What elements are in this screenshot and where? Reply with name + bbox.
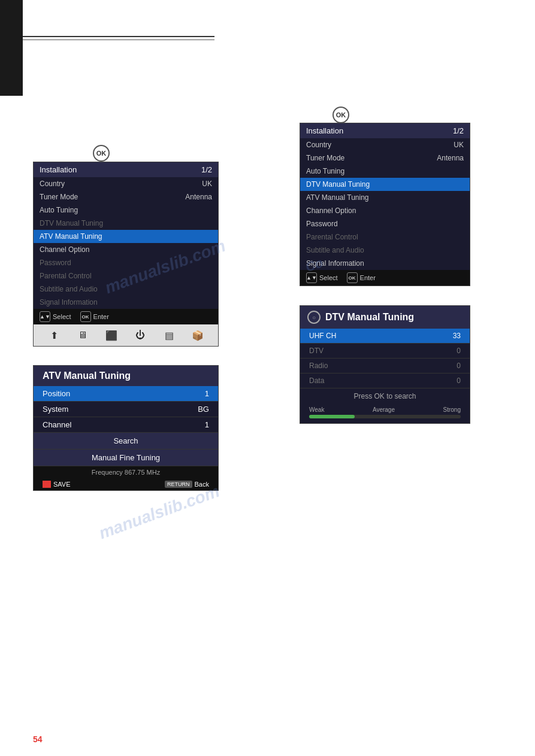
select-icon: ▲▼	[40, 311, 50, 322]
dtv-row-uhf[interactable]: UHF CH33	[300, 329, 470, 344]
atv-frequency: Frequency 867.75 MHz	[34, 466, 218, 478]
page-number: 54	[33, 734, 43, 744]
dtv-header: ○ DTV Manual Tuning	[300, 306, 470, 329]
installation-left-header: Installation 1/2	[34, 162, 218, 177]
ok-circle-right: OK	[333, 107, 349, 123]
icon-bar-power[interactable]: ⏻	[131, 328, 149, 342]
save-label: SAVE	[53, 481, 71, 488]
menu-item-signal-left: Signal Information	[34, 296, 218, 309]
menu-item-subtitle-r: Subtitle and Audio	[300, 244, 470, 257]
menu-item-channel-option-left[interactable]: Channel Option	[34, 243, 218, 256]
installation-right-title: Installation	[306, 126, 343, 135]
top-lines	[23, 36, 214, 40]
dtv-circle-icon: ○	[307, 311, 321, 324]
sidebar-bar	[0, 0, 23, 96]
select-label-r: Select	[319, 274, 338, 281]
atv-system[interactable]: SystemBG	[34, 402, 218, 417]
select-icon-r: ▲▼	[306, 272, 317, 283]
ok-icon-right: OK	[333, 107, 349, 123]
menu-item-country-r[interactable]: CountryUK	[300, 138, 470, 151]
ok-enter-icon-r: OK	[347, 272, 358, 283]
return-icon: RETURN	[165, 481, 192, 488]
atv-save-btn[interactable]: SAVE	[43, 481, 71, 488]
atv-channel[interactable]: Channel1	[34, 417, 218, 433]
menu-item-atv-manual-r[interactable]: ATV Manual Tuning	[300, 191, 470, 204]
dtv-title: DTV Manual Tuning	[325, 312, 414, 323]
menu-item-atv-manual-left[interactable]: ATV Manual Tuning	[34, 230, 218, 243]
installation-right-page: 1/2	[453, 126, 464, 135]
atv-footer: SAVE RETURN Back	[34, 478, 218, 490]
menu-item-parental-r: Parental Control	[300, 230, 470, 244]
atv-search-btn[interactable]: Search	[34, 433, 218, 450]
menu-item-dtv-manual-r[interactable]: DTV Manual Tuning	[300, 178, 470, 191]
watermark-3: manualslib.com	[96, 482, 222, 543]
menu-item-password-left: Password	[34, 256, 218, 269]
enter-label-r: Enter	[360, 274, 376, 281]
atv-title: ATV Manual Tuning	[34, 366, 218, 386]
save-rect-icon	[43, 481, 51, 488]
icon-bar-display[interactable]: 🖥	[74, 328, 92, 342]
menu-item-channel-option-r[interactable]: Channel Option	[300, 204, 470, 217]
menu-item-tuner-mode-r[interactable]: Tuner ModeAntenna	[300, 151, 470, 165]
signal-bar	[309, 415, 461, 418]
ok-icon-left: OK	[93, 145, 110, 162]
installation-menu-right: Installation 1/2 CountryUK Tuner ModeAnt…	[300, 123, 470, 286]
icon-bar-package[interactable]: 📦	[189, 328, 207, 342]
ok-enter-icon: OK	[80, 311, 91, 322]
back-label: Back	[195, 481, 209, 488]
atv-position[interactable]: Position1	[34, 386, 218, 402]
menu-item-tuner-mode[interactable]: Tuner ModeAntenna	[34, 190, 218, 204]
menu-item-country[interactable]: CountryUK	[34, 177, 218, 190]
installation-right-header: Installation 1/2	[300, 123, 470, 138]
dtv-row-data: Data0	[300, 374, 470, 388]
enter-footer-item: OK Enter	[80, 311, 109, 322]
installation-left-page: 1/2	[201, 165, 212, 174]
installation-right-footer: ▲▼ Select OK Enter	[300, 270, 470, 286]
signal-labels: Weak Average Strong	[309, 406, 461, 413]
menu-item-password-r[interactable]: Password	[300, 217, 470, 230]
icon-bar-upload[interactable]: ⬆	[45, 328, 63, 342]
dtv-row-radio: Radio0	[300, 359, 470, 374]
enter-footer-item-r: OK Enter	[347, 272, 376, 283]
dtv-press-ok: Press OK to search	[300, 388, 470, 404]
signal-bar-container: Weak Average Strong	[300, 404, 470, 423]
enter-label: Enter	[93, 313, 109, 320]
installation-left-footer: ▲▼ Select OK Enter	[34, 309, 218, 324]
menu-item-auto-tuning[interactable]: Auto Tuning	[34, 204, 218, 217]
icon-bar: ⬆ 🖥 ⬛ ⏻ ▤ 📦	[34, 324, 218, 346]
atv-fine-tuning-btn[interactable]: Manual Fine Tuning	[34, 450, 218, 466]
installation-left-title: Installation	[40, 165, 77, 174]
menu-item-signal-r[interactable]: Signal Information	[300, 257, 470, 270]
signal-weak: Weak	[309, 406, 324, 413]
signal-average: Average	[373, 406, 395, 413]
installation-menu-left: Installation 1/2 CountryUK Tuner ModeAnt…	[33, 162, 219, 347]
dtv-row-dtv: DTV0	[300, 344, 470, 359]
select-footer-item: ▲▼ Select	[40, 311, 71, 322]
select-footer-item-r: ▲▼ Select	[306, 272, 338, 283]
signal-fill	[309, 415, 355, 418]
menu-item-subtitle-left: Subtitle and Audio	[34, 283, 218, 296]
menu-item-dtv-manual-left: DTV Manual Tuning	[34, 217, 218, 230]
select-label: Select	[53, 313, 71, 320]
signal-strong: Strong	[443, 406, 461, 413]
icon-bar-menu[interactable]: ▤	[160, 328, 178, 342]
atv-back-btn[interactable]: RETURN Back	[165, 481, 209, 488]
menu-item-auto-tuning-r[interactable]: Auto Tuning	[300, 165, 470, 178]
dtv-manual-tuning-panel: ○ DTV Manual Tuning UHF CH33 DTV0 Radio0…	[300, 305, 470, 424]
atv-manual-tuning-menu: ATV Manual Tuning Position1 SystemBG Cha…	[33, 365, 219, 491]
ok-circle-left: OK	[93, 145, 110, 162]
menu-item-parental-left: Parental Control	[34, 269, 218, 283]
icon-bar-screen[interactable]: ⬛	[102, 328, 120, 342]
